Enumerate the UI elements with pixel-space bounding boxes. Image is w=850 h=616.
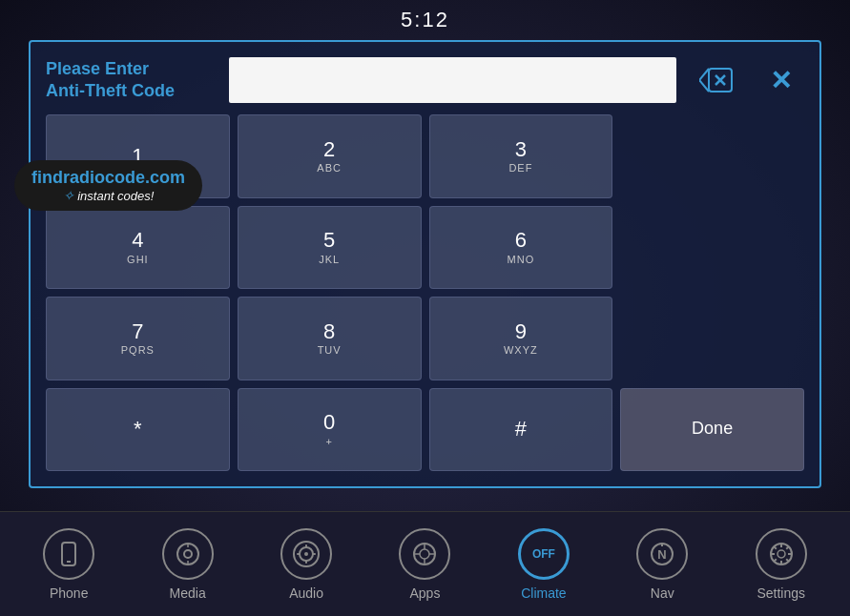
svg-rect-16	[305, 544, 307, 548]
nav-icon: N	[636, 528, 688, 580]
svg-line-36	[774, 559, 777, 562]
key-8-button[interactable]: 8 TUV	[238, 297, 422, 380]
key-empty-3	[620, 297, 804, 380]
key-2-num: 2	[323, 137, 335, 162]
key-5-num: 5	[323, 228, 335, 253]
nav-svg: N	[650, 542, 674, 566]
phone-label: Phone	[50, 585, 88, 601]
nav-label: Nav	[651, 585, 674, 601]
svg-text:N: N	[658, 547, 667, 562]
time-text: 5:12	[401, 8, 449, 31]
svg-line-34	[786, 559, 789, 562]
apps-icon	[399, 528, 450, 580]
key-4-num: 4	[132, 228, 143, 253]
key-5-letters: JKL	[319, 254, 340, 266]
key-9-num: 9	[515, 319, 527, 344]
svg-rect-15	[312, 553, 316, 555]
key-empty-2	[620, 206, 804, 290]
watermark-overlay: findradiocode.com ✧ instant codes!	[14, 160, 202, 211]
backspace-button[interactable]	[688, 57, 745, 103]
key-7-num: 7	[132, 319, 143, 344]
key-8-num: 8	[323, 319, 335, 344]
apps-svg	[412, 542, 437, 566]
key-7-button[interactable]: 7 PQRS	[46, 297, 230, 380]
key-3-button[interactable]: 3 DEF	[429, 114, 613, 198]
key-4-button[interactable]: 4 GHI	[46, 206, 230, 290]
done-button[interactable]: Done	[620, 388, 804, 472]
watermark-sub: ✧ instant codes!	[31, 188, 185, 203]
svg-point-19	[420, 549, 429, 559]
nav-item-audio[interactable]: Audio	[268, 528, 344, 601]
nav-item-phone[interactable]: Phone	[31, 528, 107, 601]
key-0-button[interactable]: 0 +	[238, 388, 422, 472]
key-5-button[interactable]: 5 JKL	[238, 206, 422, 290]
climate-icon: OFF	[518, 528, 570, 580]
svg-line-1	[699, 69, 709, 80]
media-icon	[162, 528, 214, 580]
navigation-bar: Phone Media Audio	[0, 511, 850, 616]
key-hash-num: #	[515, 417, 527, 441]
svg-line-35	[786, 545, 789, 548]
antitheft-dialog: Please Enter Anti-Theft Code ✕ 1 2 ABC	[29, 40, 821, 488]
svg-rect-14	[297, 553, 301, 555]
audio-svg	[292, 540, 321, 568]
nav-item-media[interactable]: Media	[150, 528, 226, 601]
svg-point-28	[777, 550, 785, 558]
key-star-num: *	[134, 417, 142, 441]
climate-label: Climate	[521, 585, 566, 601]
svg-rect-17	[305, 560, 307, 564]
key-star-button[interactable]: *	[46, 388, 230, 472]
key-7-letters: PQRS	[121, 344, 155, 357]
nav-item-nav[interactable]: N Nav	[624, 528, 700, 601]
prompt-line1: Please Enter	[46, 59, 149, 78]
key-6-letters: MNO	[508, 254, 535, 266]
done-label: Done	[692, 419, 733, 440]
dialog-top-row: Please Enter Anti-Theft Code ✕	[46, 57, 804, 103]
audio-label: Audio	[289, 585, 323, 601]
key-hash-button[interactable]: #	[429, 388, 613, 472]
close-icon: ✕	[770, 65, 792, 96]
svg-point-8	[184, 550, 192, 558]
media-label: Media	[170, 585, 206, 601]
phone-icon	[43, 528, 94, 580]
settings-label: Settings	[757, 585, 805, 601]
key-9-button[interactable]: 9 WXYZ	[429, 297, 613, 380]
key-6-button[interactable]: 6 MNO	[429, 206, 613, 290]
settings-svg	[769, 542, 794, 566]
key-3-num: 3	[515, 137, 527, 162]
key-6-num: 6	[515, 228, 527, 253]
time-display: 5:12	[0, 0, 850, 40]
prompt-line2: Anti-Theft Code	[46, 81, 175, 100]
media-svg	[176, 542, 200, 566]
backspace-icon	[699, 67, 734, 93]
nav-item-apps[interactable]: Apps	[386, 528, 463, 601]
close-button[interactable]: ✕	[757, 57, 804, 103]
code-input-display[interactable]	[229, 57, 676, 103]
key-empty-1	[620, 114, 804, 198]
audio-icon	[280, 528, 332, 580]
key-4-letters: GHI	[127, 254, 149, 266]
key-3-letters: DEF	[508, 162, 532, 175]
settings-icon	[756, 528, 807, 580]
key-0-num: 0	[323, 410, 335, 435]
key-0-letters: +	[325, 436, 332, 448]
svg-line-2	[699, 80, 709, 92]
svg-point-13	[304, 552, 308, 556]
nav-item-climate[interactable]: OFF Climate	[506, 528, 582, 601]
watermark-url: findradiocode.com	[31, 168, 185, 188]
phone-svg	[56, 542, 81, 566]
apps-label: Apps	[410, 585, 441, 601]
prompt-label: Please Enter Anti-Theft Code	[46, 58, 218, 103]
svg-line-33	[774, 545, 777, 548]
key-8-letters: TUV	[318, 344, 342, 357]
key-2-letters: ABC	[317, 162, 342, 175]
climate-off-text: OFF	[532, 547, 555, 561]
nav-item-settings[interactable]: Settings	[743, 528, 819, 601]
key-9-letters: WXYZ	[504, 344, 538, 357]
key-2-button[interactable]: 2 ABC	[238, 114, 422, 198]
